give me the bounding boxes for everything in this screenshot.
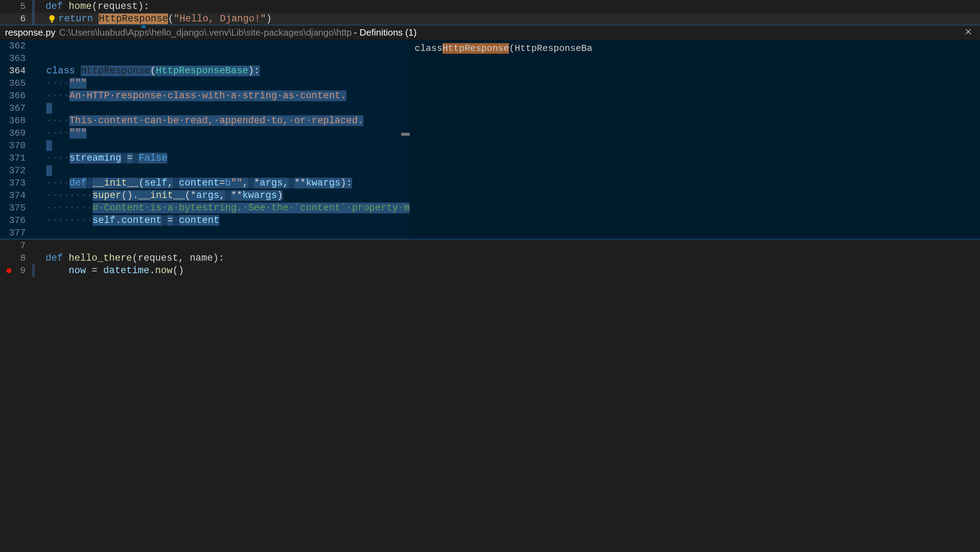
peek-code-line[interactable]: 367 <box>0 102 410 114</box>
line-number: 375 <box>0 203 32 213</box>
code-content[interactable]: class HttpResponse(HttpResponseBase): <box>32 65 260 76</box>
line-number: 9 <box>0 265 32 276</box>
peek-definition-view: response.py C:\Users\luabud\Apps\hello_d… <box>0 25 980 239</box>
code-line-active[interactable]: 6 return HttpResponse("Hello, Django!") <box>0 13 980 25</box>
code-content[interactable]: def hello_there(request, name): <box>35 253 224 263</box>
peek-code-line[interactable]: 364class HttpResponse(HttpResponseBase): <box>0 64 410 77</box>
code-content[interactable] <box>32 103 52 113</box>
line-number: 374 <box>0 190 32 201</box>
line-number: 365 <box>0 78 32 89</box>
peek-code-line[interactable]: 368····This·content·can·be·read,·appende… <box>0 114 410 127</box>
peek-code-line[interactable]: 375········#·Content·is·a·bytestring.·Se… <box>0 201 410 214</box>
line-number: 366 <box>0 91 32 101</box>
peek-references-panel[interactable]: class HttpResponse(HttpResponseBa <box>410 40 980 239</box>
code-content[interactable]: ········super().__init__(*args,·**kwargs… <box>32 190 283 201</box>
code-content[interactable]: ····""" <box>32 78 86 89</box>
peek-code-line[interactable]: 363 <box>0 52 410 64</box>
code-content[interactable]: ····""" <box>32 128 86 139</box>
peek-code-line[interactable]: 362 <box>0 40 410 52</box>
code-content[interactable]: ········self.content·=·content <box>32 215 219 226</box>
peek-code-line[interactable]: 374········super().__init__(*args,·**kwa… <box>0 189 410 201</box>
code-content[interactable] <box>32 165 52 176</box>
code-content[interactable]: now = datetime.now() <box>35 265 184 276</box>
line-number: 6 <box>0 14 32 24</box>
code-line[interactable]: 9 now = datetime.now() <box>0 264 980 277</box>
peek-filename[interactable]: response.py <box>5 27 56 38</box>
reference-item[interactable]: class HttpResponse(HttpResponseBa <box>415 42 975 54</box>
line-number: 373 <box>0 178 32 188</box>
peek-code-line[interactable]: 369····""" <box>0 127 410 139</box>
code-content[interactable]: ····def·__init__(self,·content=b"",·*arg… <box>32 178 352 188</box>
line-number: 364 <box>0 65 32 76</box>
fold-indicator[interactable] <box>32 0 35 13</box>
close-icon[interactable] <box>961 26 975 40</box>
code-content[interactable]: ····streaming·=·False <box>32 153 167 163</box>
fold-indicator[interactable] <box>32 264 35 277</box>
line-number: 8 <box>0 253 32 263</box>
lightbulb-icon[interactable] <box>47 14 57 24</box>
peek-code-line[interactable]: 372 <box>0 164 410 177</box>
peek-code-line[interactable]: 371····streaming·=·False <box>0 152 410 164</box>
peek-body: 362363364class HttpResponse(HttpResponse… <box>0 40 980 239</box>
code-content[interactable]: ····This·content·can·be·read,·appended·t… <box>32 115 363 126</box>
line-number: 371 <box>0 153 32 163</box>
code-content[interactable]: ········#·Content·is·a·bytestring.·See·t… <box>32 203 410 213</box>
peek-definition-count: - Definitions (1) <box>354 27 417 38</box>
code-content[interactable] <box>32 140 52 151</box>
line-number: 376 <box>0 215 32 226</box>
line-number: 377 <box>0 228 32 238</box>
code-content[interactable]: ····An·HTTP·response·class·with·a·string… <box>32 91 346 101</box>
line-number: 5 <box>0 1 32 12</box>
main-editor[interactable]: 5 def home(request): 6 return HttpRespon… <box>0 0 980 277</box>
line-number: 362 <box>0 41 32 51</box>
peek-code-line[interactable]: 376········self.content·=·content <box>0 214 410 227</box>
peek-caret-icon <box>141 25 147 28</box>
code-line[interactable]: 5 def home(request): <box>0 0 980 13</box>
code-line[interactable]: 7 <box>0 239 980 252</box>
line-number: 370 <box>0 140 32 151</box>
minimap-indicator[interactable] <box>401 133 410 136</box>
peek-filepath: C:\Users\luabud\Apps\hello_django\.venv\… <box>59 27 352 38</box>
line-number: 368 <box>0 115 32 126</box>
peek-header: response.py C:\Users\luabud\Apps\hello_d… <box>0 25 980 40</box>
line-number: 372 <box>0 165 32 176</box>
breakpoint-icon[interactable] <box>6 268 11 273</box>
peek-code-line[interactable]: 377 <box>0 227 410 239</box>
peek-code-line[interactable]: 365····""" <box>0 77 410 89</box>
fold-indicator[interactable] <box>32 13 35 25</box>
code-line[interactable]: 8 def hello_there(request, name): <box>0 252 980 264</box>
code-content[interactable]: def home(request): <box>35 1 150 12</box>
code-content[interactable]: return HttpResponse("Hello, Django!") <box>35 14 272 24</box>
line-number: 363 <box>0 53 32 64</box>
peek-code-line[interactable]: 366····An·HTTP·response·class·with·a·str… <box>0 89 410 102</box>
line-number: 369 <box>0 128 32 139</box>
peek-code-line[interactable]: 373····def·__init__(self,·content=b"",·*… <box>0 177 410 189</box>
line-number: 7 <box>0 240 32 251</box>
line-number: 367 <box>0 103 32 113</box>
peek-code-line[interactable]: 370 <box>0 139 410 152</box>
peek-editor[interactable]: 362363364class HttpResponse(HttpResponse… <box>0 40 410 239</box>
